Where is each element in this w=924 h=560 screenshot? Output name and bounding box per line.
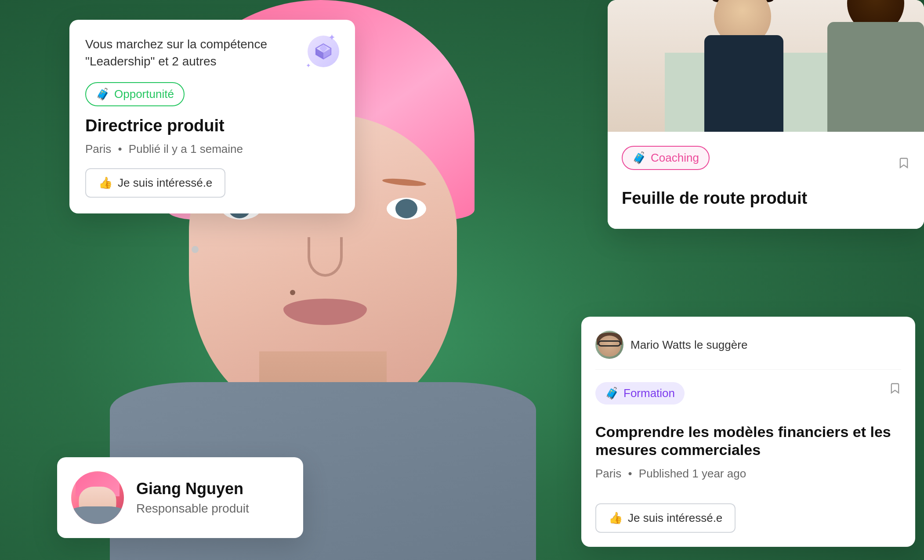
coaching-briefcase-icon: 🧳 xyxy=(632,151,646,165)
person-mole xyxy=(290,290,295,295)
formation-interest-label: Je suis intéressé.e xyxy=(628,511,722,525)
profile-avatar-shoulders xyxy=(71,506,124,524)
opportunity-location: Paris xyxy=(85,142,111,155)
formation-title: Comprendre les modèles financiers et les… xyxy=(595,423,901,459)
formation-meta: Paris • Published 1 year ago xyxy=(595,467,901,481)
formation-interest-button[interactable]: 👍 Je suis intéressé.e xyxy=(595,503,736,533)
profile-role: Responsable produit xyxy=(136,502,249,516)
person-earring xyxy=(192,246,199,253)
profile-info: Giang Nguyen Responsable produit xyxy=(136,480,249,516)
formation-briefcase-icon: 🧳 xyxy=(605,387,619,400)
formation-bookmark-icon[interactable] xyxy=(889,382,901,394)
notification-text: Vous marchez sur la compétence "Leadersh… xyxy=(85,36,299,70)
thumbs-up-icon: 👍 xyxy=(98,176,112,190)
interest-button[interactable]: 👍 Je suis intéressé.e xyxy=(85,168,225,198)
sparkle-icon-bottom: ✦ xyxy=(306,62,311,69)
main-scene: Vous marchez sur la compétence "Leadersh… xyxy=(0,0,924,560)
profile-avatar xyxy=(71,471,124,524)
opportunity-meta: Paris • Publié il y a 1 semaine xyxy=(85,142,339,156)
notification-section: Vous marchez sur la compétence "Leadersh… xyxy=(85,36,339,70)
person-nose xyxy=(308,237,343,277)
suggester-section: Mario Watts le suggère xyxy=(595,331,901,370)
opportunity-published: Publié il y a 1 semaine xyxy=(129,142,243,155)
person-pupil-right xyxy=(395,199,417,218)
formation-badge-label: Formation xyxy=(623,387,675,400)
meta-separator: • xyxy=(118,142,122,155)
profile-name: Giang Nguyen xyxy=(136,480,249,498)
opportunity-badge: 🧳 Opportunité xyxy=(85,82,185,106)
coaching-bookmark-icon[interactable] xyxy=(898,157,910,169)
formation-meta-sep: • xyxy=(628,467,632,480)
coaching-card: 🧳 Coaching Feuille de route produit xyxy=(608,0,924,229)
formation-location: Paris xyxy=(595,467,621,480)
formation-published: Published 1 year ago xyxy=(639,467,746,480)
coaching-title: Feuille de route produit xyxy=(622,188,910,209)
coaching-p1-body xyxy=(704,35,783,132)
coaching-p2-body xyxy=(827,22,924,132)
formation-header: 🧳 Formation xyxy=(595,382,901,414)
suggester-text: Mario Watts le suggère xyxy=(630,338,747,352)
briefcase-icon: 🧳 xyxy=(96,87,110,101)
profile-card: Giang Nguyen Responsable produit xyxy=(57,457,303,538)
opportunity-badge-label: Opportunité xyxy=(114,87,174,101)
formation-thumbs-icon: 👍 xyxy=(609,511,623,525)
gem-icon xyxy=(315,43,332,60)
formation-card: Mario Watts le suggère 🧳 Formation Compr… xyxy=(581,317,915,547)
coaching-header: 🧳 Coaching xyxy=(622,146,910,180)
mario-glasses xyxy=(598,340,621,347)
interest-button-label: Je suis intéressé.e xyxy=(118,176,212,190)
coaching-badge: 🧳 Coaching xyxy=(622,146,710,170)
mario-avatar xyxy=(595,331,623,359)
opportunity-card: Vous marchez sur la compétence "Leadersh… xyxy=(69,20,355,213)
coaching-image xyxy=(608,0,924,132)
gem-icon-container: ✦ ✦ xyxy=(308,36,339,67)
opportunity-title: Directrice produit xyxy=(85,116,339,136)
formation-badge: 🧳 Formation xyxy=(595,382,685,405)
sparkle-icon-top: ✦ xyxy=(328,32,336,43)
coaching-card-body: 🧳 Coaching Feuille de route produit xyxy=(608,132,924,229)
coaching-badge-label: Coaching xyxy=(651,151,699,165)
